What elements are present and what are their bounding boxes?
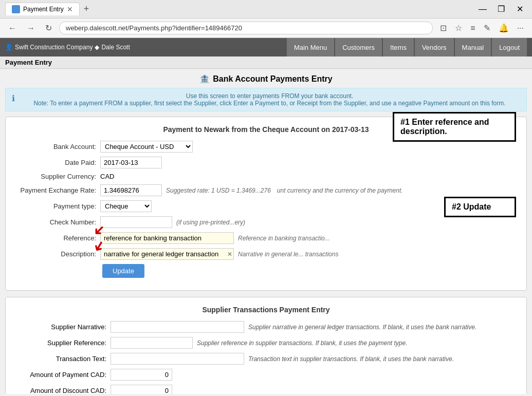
nav-vendors[interactable]: Vendors [415, 38, 454, 56]
browser-actions: ⊡ ☆ ≡ ✎ 🔔 ··· [437, 22, 527, 34]
check-number-row: Check Number: (if using pre-printed...er… [14, 216, 518, 228]
amount-discount-label: Amount of Discount CAD: [14, 387, 106, 394]
supplier-currency-value: CAD [100, 173, 114, 180]
exchange-rate-input[interactable] [100, 184, 162, 196]
supplier-transactions-panel: Supplier Transactions Payment Entry Supp… [5, 297, 527, 394]
page-main-title: Bank Account Payments Entry [213, 74, 332, 84]
minimize-button[interactable]: — [475, 4, 490, 15]
supplier-narrative-label: Supplier Narrative: [14, 323, 106, 331]
exchange-rate-row: Payment Exchange Rate: Suggested rate: 1… [14, 184, 518, 196]
browser-titlebar: Payment Entry ✕ + — ❐ ✕ [0, 0, 532, 18]
close-button[interactable]: ✕ [512, 4, 527, 15]
description-clear-button[interactable]: ✕ [227, 251, 232, 258]
supplier-narrative-input[interactable] [111, 321, 244, 333]
window-controls: — ❐ ✕ [475, 4, 527, 15]
reference-row: Reference: Reference in banking transact… [14, 232, 518, 244]
tools-button[interactable]: ✎ [481, 22, 493, 34]
main-payment-panel: Payment to Newark from the Cheque Accoun… [5, 117, 527, 291]
nav-customers[interactable]: Customers [335, 38, 382, 56]
bank-icon: 🏦 [199, 74, 210, 84]
bank-account-label: Bank Account: [14, 143, 96, 150]
payment-type-select[interactable]: Cheque [100, 200, 152, 212]
exchange-rate-hint2: unt currency and the currency of the pay… [277, 187, 403, 194]
nav-manual[interactable]: Manual [455, 38, 491, 56]
bookmark-button[interactable]: ☆ [452, 22, 465, 34]
amount-discount-input[interactable] [111, 385, 172, 394]
update-button-row: Update [14, 264, 518, 278]
check-number-input[interactable] [100, 216, 172, 228]
menu-button[interactable]: ≡ [467, 22, 478, 34]
reference-input[interactable] [100, 232, 234, 244]
amount-payment-input[interactable] [111, 369, 172, 381]
description-hint: Narrative in general le... transactions [238, 251, 338, 258]
main-content: 🏦 Bank Account Payments Entry ℹ Use this… [0, 69, 532, 394]
supplier-currency-label: Supplier Currency: [14, 173, 96, 180]
update-button[interactable]: Update [102, 264, 144, 278]
reference-hint: Reference in banking transactio... [238, 235, 330, 242]
nav-main-menu[interactable]: Main Menu [287, 38, 334, 56]
tab-close-button[interactable]: ✕ [67, 5, 73, 13]
page-header: Payment Entry [0, 56, 532, 69]
description-input-wrapper: ✕ [100, 248, 234, 260]
amount-payment-row: Amount of Payment CAD: [14, 369, 518, 381]
reader-mode-button[interactable]: ⊡ [437, 22, 450, 34]
date-paid-input[interactable] [100, 157, 162, 168]
nav-menu: Main Menu Customers Items Vendors Manual… [287, 38, 527, 56]
supplier-panel-title: Supplier Transactions Payment Entry [14, 306, 518, 314]
description-label: Description: [14, 250, 96, 258]
address-bar-row: ← → ↻ ⊡ ☆ ≡ ✎ 🔔 ··· [0, 18, 532, 38]
payment-type-row: Payment type: Cheque [14, 200, 518, 212]
date-paid-label: Date Paid: [14, 159, 96, 166]
page-title-breadcrumb: Payment Entry [5, 59, 52, 66]
user-info: 👤 Swift Construction Company ◆ Dale Scot… [5, 44, 287, 51]
amount-discount-row: Amount of Discount CAD: [14, 385, 518, 394]
annotation-2-text: #2 Update [452, 202, 491, 211]
description-input[interactable] [100, 248, 234, 260]
url-input[interactable] [59, 22, 433, 34]
back-button[interactable]: ← [5, 23, 20, 34]
check-number-label: Check Number: [14, 218, 96, 226]
new-tab-button[interactable]: + [84, 4, 89, 14]
annotation-1: #1 Enter reference and description. [393, 112, 516, 142]
user-icon: 👤 [5, 44, 13, 51]
annotation-1-text: #1 Enter reference and description. [400, 118, 489, 136]
annotation-2: #2 Update [444, 197, 516, 217]
supplier-reference-hint: Supplier reference in supplier transacti… [197, 340, 408, 347]
info-line2: Note: To enter a payment FROM a supplier… [19, 100, 520, 107]
transaction-text-input[interactable] [111, 353, 244, 365]
reference-label: Reference: [14, 234, 96, 242]
check-number-hint: (if using pre-printed...ery) [176, 219, 245, 226]
transaction-text-hint: Transaction text in supplier transaction… [248, 355, 454, 363]
app-navbar: 👤 Swift Construction Company ◆ Dale Scot… [0, 38, 532, 56]
browser-tab[interactable]: Payment Entry ✕ [5, 3, 80, 15]
restore-button[interactable]: ❐ [494, 4, 508, 15]
amount-payment-label: Amount of Payment CAD: [14, 371, 106, 379]
bank-account-select[interactable]: Cheque Account - USD [100, 141, 193, 153]
company-name: Swift Construction Company [15, 44, 93, 51]
exchange-rate-hint: Suggested rate: 1 USD = 1.3469...276 [166, 187, 271, 194]
supplier-reference-input[interactable] [111, 337, 193, 349]
supplier-narrative-hint: Supplier narrative in general ledger tra… [248, 324, 476, 331]
nav-logout[interactable]: Logout [492, 38, 527, 56]
transaction-text-label: Transaction Text: [14, 355, 106, 363]
refresh-button[interactable]: ↻ [42, 22, 55, 34]
bank-account-row: Bank Account: Cheque Account - USD [14, 141, 518, 153]
info-line1: Use this screen to enter payments FROM y… [19, 92, 520, 100]
info-text: Use this screen to enter payments FROM y… [19, 92, 520, 107]
separator-icon: ◆ [95, 44, 99, 51]
more-button[interactable]: ··· [514, 22, 527, 34]
supplier-reference-row: Supplier Reference: Supplier reference i… [14, 337, 518, 349]
notifications-button[interactable]: 🔔 [496, 22, 512, 34]
username: Dale Scott [101, 44, 130, 51]
tab-title: Payment Entry [23, 6, 64, 13]
info-icon: ℹ [12, 93, 15, 103]
tab-favicon [12, 5, 20, 13]
page-title-section: 🏦 Bank Account Payments Entry [5, 74, 527, 84]
date-paid-row: Date Paid: [14, 157, 518, 168]
supplier-reference-label: Supplier Reference: [14, 339, 106, 347]
transaction-text-row: Transaction Text: Transaction text in su… [14, 353, 518, 365]
payment-type-label: Payment type: [14, 202, 96, 210]
forward-button[interactable]: → [24, 23, 38, 34]
nav-items[interactable]: Items [383, 38, 414, 56]
exchange-rate-label: Payment Exchange Rate: [14, 186, 96, 194]
